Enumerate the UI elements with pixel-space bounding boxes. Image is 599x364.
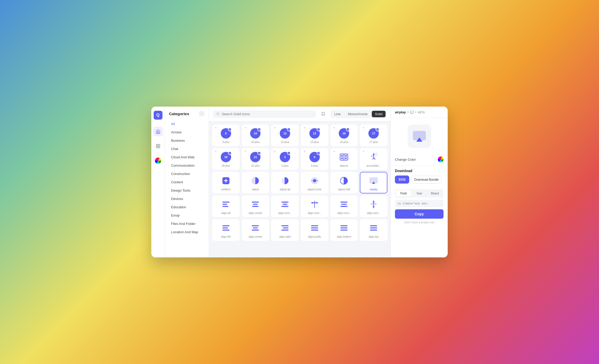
icon-cell-align-center[interactable]: align-center <box>242 196 269 217</box>
tab-monochrome[interactable]: Monochrome <box>345 111 371 117</box>
svg-rect-31 <box>252 202 259 203</box>
icon-cell-21plus[interactable]: ♛ 21+ 21-plus <box>242 148 269 170</box>
category-item-content[interactable]: Content <box>167 178 207 186</box>
icon-cell-align-bottom-row5[interactable]: align-bottom <box>330 219 358 241</box>
svg-rect-43 <box>341 204 347 205</box>
category-item-chat[interactable]: Chat <box>167 145 207 153</box>
icon-cell-accessible[interactable]: ♛ accessible... <box>360 148 387 170</box>
bundle-download-btn[interactable]: Download Bundle <box>411 176 441 184</box>
icon-cell-3plus[interactable]: ♛ 3+ 3-plus <box>271 148 299 170</box>
icon-cell-adjust-circle[interactable]: adjust-circle <box>301 172 328 193</box>
icon-preview-area <box>391 118 448 154</box>
icon-cell-16plus[interactable]: ♛ 16+ 16-plus <box>330 125 358 146</box>
tab-vue[interactable]: Vue <box>411 190 427 197</box>
download-btns: SVG Download Bundle <box>395 176 444 184</box>
icon-cell-align-center-row5[interactable]: align-center <box>242 219 269 241</box>
category-panel: Categories ‹ All Arrows Business Chat Cl… <box>165 107 209 257</box>
icon-cell-align-left-row5[interactable]: align-left <box>212 219 240 241</box>
icon-cell-abacus[interactable]: ♛ abacus <box>330 148 358 170</box>
svg-rect-66 <box>370 228 377 229</box>
code-snippet-text: <i class="uis uis- <box>398 202 428 205</box>
category-item-design-tools[interactable]: Design Tools <box>167 186 207 194</box>
categories-title: Categories <box>169 112 189 116</box>
category-item-all[interactable]: All <box>167 120 207 128</box>
icon-cell-align-right-row5[interactable]: align-right <box>271 219 299 241</box>
dot-separator-2: • <box>415 110 416 114</box>
icon-cell-10plus[interactable]: ♛ 10+ 10-plus <box>242 125 269 146</box>
right-panel-header: airplay • • e87e <box>391 107 448 118</box>
category-item-devices[interactable]: Devices <box>167 195 207 203</box>
icon-cell-align-center-v[interactable]: align-cent... <box>271 196 299 217</box>
category-item-arrows[interactable]: Arrows <box>167 128 207 136</box>
icon-cell-13plus[interactable]: ♛ 13+ 13-plus <box>301 125 328 146</box>
icon-cell-align-center-3[interactable]: align-cent... <box>360 196 387 217</box>
svg-line-5 <box>219 115 219 115</box>
sidebar-grid-btn[interactable] <box>153 141 163 151</box>
icon-cell-align-alt[interactable]: align-alt <box>212 196 240 217</box>
icon-cell-adjust-half[interactable]: adjust-half <box>330 172 358 193</box>
sidebar-home-btn[interactable] <box>153 127 163 136</box>
svg-marker-40 <box>311 202 313 204</box>
icon-cell-align-justify-row5[interactable]: align-justify <box>301 219 328 241</box>
download-section: Download SVG Download Bundle <box>391 165 448 187</box>
copy-btn[interactable]: Copy <box>395 209 444 219</box>
icon-cell-align-center-2[interactable]: align-cent... <box>330 196 358 217</box>
svg-point-12 <box>345 158 347 159</box>
download-title: Download <box>395 169 444 173</box>
svg-rect-52 <box>222 230 229 231</box>
search-input[interactable] <box>222 112 312 116</box>
svg-rect-49 <box>370 204 377 204</box>
svg-rect-62 <box>341 225 348 226</box>
icon-cell-18plus[interactable]: ♛ 18+ 18-plus <box>212 148 240 170</box>
right-panel: airplay • • e87e Change Color <box>390 107 448 257</box>
icon-cell-6plus[interactable]: ♛ 6+ 6-plus <box>301 148 328 170</box>
svg-rect-59 <box>311 225 318 226</box>
svg-rect-60 <box>311 228 318 229</box>
tab-react[interactable]: React <box>427 190 443 197</box>
icon-cell-align-top-row5[interactable]: align-top <box>360 219 387 241</box>
svg-download-btn[interactable]: SVG <box>395 176 409 184</box>
app-logo[interactable]: Q <box>154 111 162 120</box>
icon-cell-17plus[interactable]: ♛ 17+ 17-plus <box>360 125 387 146</box>
no-project-text: Don't have a project set <box>391 221 448 224</box>
icon-label: 0-plus <box>215 141 237 144</box>
svg-marker-48 <box>373 206 375 208</box>
tab-solid[interactable]: Solid <box>372 111 386 117</box>
category-item-construction[interactable]: Construction <box>167 170 207 178</box>
preview-icon-large <box>408 125 431 148</box>
svg-rect-54 <box>253 228 258 229</box>
svg-rect-1 <box>158 144 160 146</box>
svg-rect-68 <box>410 111 413 113</box>
category-item-emoji[interactable]: Emoji <box>167 211 207 219</box>
color-wheel-btn[interactable] <box>438 157 444 162</box>
icon-cell-12plus[interactable]: ♛ 12+ 12-plus <box>271 125 299 146</box>
sidebar-color-btn[interactable] <box>153 156 163 165</box>
svg-rect-56 <box>282 225 289 226</box>
icon-cell-0plus[interactable]: ♛ 0+ 0-plus <box>212 125 240 146</box>
color-circle-icon <box>155 158 161 164</box>
bookmark-icon[interactable] <box>319 110 327 118</box>
icon-cell-align-center-h[interactable]: align-cent... <box>301 196 328 217</box>
svg-point-11 <box>345 155 347 157</box>
collapse-category-btn[interactable]: ‹ <box>199 111 205 116</box>
num-icon-0plus: 0+ <box>221 128 231 139</box>
category-header: Categories ‹ <box>165 111 209 120</box>
category-item-communication[interactable]: Communication <box>167 161 207 170</box>
svg-rect-51 <box>222 228 228 229</box>
icon-cell-airplay[interactable]: airplay <box>360 172 387 193</box>
tab-line[interactable]: Line <box>331 111 344 117</box>
svg-point-9 <box>341 155 343 157</box>
icon-cell-adjust-alt[interactable]: adjust-alt <box>271 172 299 193</box>
icon-cell-addition[interactable]: addition <box>212 172 240 193</box>
category-item-business[interactable]: Business <box>167 136 207 145</box>
category-item-files[interactable]: Files And Folder <box>167 220 207 228</box>
category-item-location[interactable]: Location And Map <box>167 228 207 236</box>
search-icon <box>216 112 220 116</box>
svg-rect-57 <box>283 228 289 229</box>
tab-font[interactable]: Font <box>396 190 411 197</box>
category-item-cloud[interactable]: Cloud And Web <box>167 153 207 161</box>
category-item-education[interactable]: Education <box>167 203 207 211</box>
svg-rect-42 <box>341 202 348 203</box>
svg-rect-28 <box>222 202 229 203</box>
icon-cell-adjust[interactable]: adjust <box>242 172 269 193</box>
